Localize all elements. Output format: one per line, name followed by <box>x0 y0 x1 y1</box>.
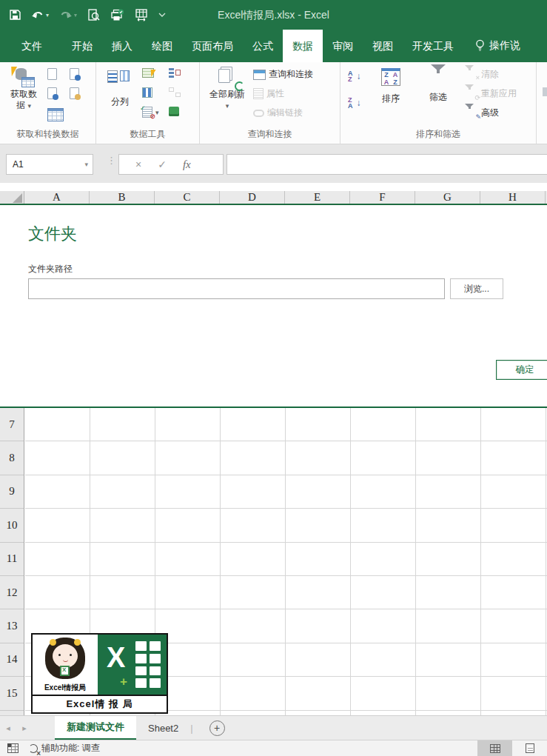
browse-button[interactable]: 浏览... <box>450 278 503 299</box>
column-headers: ABCDEFGH <box>0 191 547 205</box>
sheet-tab-sheet2[interactable]: Sheet2 <box>136 716 190 740</box>
column-header-B[interactable]: B <box>90 191 155 204</box>
column-header-D[interactable]: D <box>220 191 285 204</box>
tab-6[interactable]: 数据 <box>283 30 323 62</box>
remove-duplicates-button[interactable] <box>142 87 152 98</box>
edit-links-icon <box>253 110 264 117</box>
sort-za-icon: ZA <box>348 97 353 109</box>
folder-dialog: 文件夹 文件夹路径 浏览... 确定 <box>0 205 547 408</box>
page-layout-view-button[interactable] <box>512 740 547 756</box>
undo-icon[interactable]: ▾ <box>31 6 49 24</box>
filter-funnel-icon <box>431 68 446 87</box>
row-header-9[interactable]: 9 <box>0 475 24 509</box>
sort-button[interactable]: ZA AZ 排序 <box>373 68 409 104</box>
view-buttons <box>477 740 547 756</box>
name-box[interactable]: A1 ▾ <box>6 154 93 175</box>
tab-4[interactable]: 页面布局 <box>182 30 243 62</box>
cancel-icon[interactable]: × <box>135 158 141 170</box>
accessibility-status[interactable]: 辅助功能: 调查 <box>29 742 100 755</box>
printer-check-icon[interactable] <box>110 6 124 24</box>
manage-data-model-button[interactable] <box>169 107 179 116</box>
properties-icon <box>253 88 264 99</box>
formula-input[interactable] <box>226 154 547 175</box>
row-header-8[interactable]: 8 <box>0 441 24 475</box>
column-header-C[interactable]: C <box>155 191 220 204</box>
row-header-7[interactable]: 7 <box>0 408 24 441</box>
enter-icon[interactable]: ✓ <box>158 158 167 170</box>
sort-az-button[interactable]: AZ↓ <box>348 70 361 83</box>
group-label[interactable]: 获取和转换数据 <box>0 128 95 141</box>
macro-record-icon[interactable] <box>7 743 19 753</box>
from-text-csv-icon <box>47 68 57 80</box>
tell-me-box[interactable]: 操作说 <box>475 30 520 62</box>
advanced-filter-button[interactable]: ✎高级 <box>465 107 499 119</box>
flash-fill-button[interactable] <box>142 68 154 78</box>
prev-sheet-arrow-icon[interactable]: ◂ <box>0 716 16 740</box>
print-preview-icon[interactable] <box>87 6 100 24</box>
text-to-columns-button[interactable]: 分列 <box>104 68 136 107</box>
redo-icon: ▾ <box>59 6 77 24</box>
normal-view-button[interactable] <box>477 740 512 756</box>
group-label[interactable]: 排序和筛选 <box>340 128 536 141</box>
logo-excel-panel: X + <box>98 635 167 695</box>
queries-connections-button[interactable]: 查询和连接 <box>253 68 313 81</box>
column-header-E[interactable]: E <box>285 191 350 204</box>
logo-image[interactable]: Excel情报局 X + Excel情 报 局 <box>31 633 168 714</box>
row-header-14[interactable]: 14 <box>0 643 24 677</box>
ok-button[interactable]: 确定 <box>496 360 547 380</box>
recent-sources-button[interactable] <box>70 68 79 80</box>
clear-filter-icon: × <box>465 70 478 79</box>
table-width-icon[interactable] <box>135 6 148 24</box>
tab-9[interactable]: 开发工具 <box>403 30 463 62</box>
from-table-button[interactable] <box>47 108 64 121</box>
fx-icon[interactable]: fx <box>183 158 191 171</box>
next-sheet-arrow-icon[interactable]: ▸ <box>16 716 33 740</box>
tab-2[interactable]: 插入 <box>102 30 142 62</box>
tab-5[interactable]: 公式 <box>243 30 283 62</box>
sheet-tab-active[interactable]: 新建测试文件 <box>55 716 136 740</box>
consolidate-icon <box>169 68 181 78</box>
name-box-caret-icon[interactable]: ▾ <box>84 155 88 174</box>
row-header-11[interactable]: 11 <box>0 543 24 576</box>
column-header-A[interactable]: A <box>24 191 90 204</box>
from-web-button[interactable] <box>47 87 57 99</box>
recent-sources-icon <box>70 68 79 80</box>
existing-connections-button[interactable] <box>70 87 79 99</box>
get-data-button[interactable]: 获取数 据 ▾ <box>4 67 43 111</box>
remove-duplicates-icon <box>142 87 152 98</box>
data-validation-button[interactable]: ✓⊘▾ <box>142 107 159 118</box>
sort-za-button[interactable]: ZA↓ <box>348 96 361 110</box>
refresh-all-button[interactable]: 全部刷新 ▾ <box>206 67 249 109</box>
tab-file[interactable]: 文件 <box>12 30 52 62</box>
column-header-F[interactable]: F <box>350 191 415 204</box>
save-icon[interactable] <box>9 6 21 24</box>
refresh-all-icon <box>216 67 238 89</box>
group-label[interactable]: 查询和连接 <box>200 128 340 141</box>
undo-caret-icon[interactable]: ▾ <box>46 12 49 19</box>
tab-7[interactable]: 审阅 <box>323 30 363 62</box>
tab-1[interactable]: 开始 <box>62 30 102 62</box>
consolidate-button[interactable] <box>169 68 181 78</box>
column-header-H[interactable]: H <box>480 191 546 204</box>
group-label[interactable]: 数据工具 <box>96 128 199 141</box>
row-header-15[interactable]: 15 <box>0 677 24 710</box>
folder-path-input[interactable] <box>28 278 445 299</box>
ribbon: 获取数 据 ▾ 获取和转换数据 分列 ✓⊘▾ 数据工具 <box>0 62 547 144</box>
add-sheet-icon[interactable]: + <box>209 720 225 736</box>
from-text-csv-button[interactable] <box>47 68 57 80</box>
ribbon-tab-row: 文件开始插入绘图页面布局公式数据审阅视图开发工具 操作说 <box>0 30 547 62</box>
tab-3[interactable]: 绘图 <box>142 30 182 62</box>
sheet-grid[interactable]: 789101112131415 Excel情报局 X + Exce <box>0 408 547 715</box>
queries-connections-icon <box>253 70 266 80</box>
row-header-12[interactable]: 12 <box>0 576 24 609</box>
formula-bar-splitter[interactable]: ⋮ <box>107 157 116 164</box>
column-header-G[interactable]: G <box>415 191 480 204</box>
qat-customize-chevron-icon[interactable] <box>158 6 166 24</box>
tab-8[interactable]: 视图 <box>363 30 403 62</box>
row-header-13[interactable]: 13 <box>0 609 24 643</box>
row-header-10[interactable]: 10 <box>0 509 24 542</box>
data-validation-icon: ✓⊘ <box>142 107 152 118</box>
text-to-columns-icon <box>107 68 132 90</box>
filter-button[interactable]: 筛选 <box>420 68 456 103</box>
select-all-corner[interactable] <box>0 191 24 204</box>
